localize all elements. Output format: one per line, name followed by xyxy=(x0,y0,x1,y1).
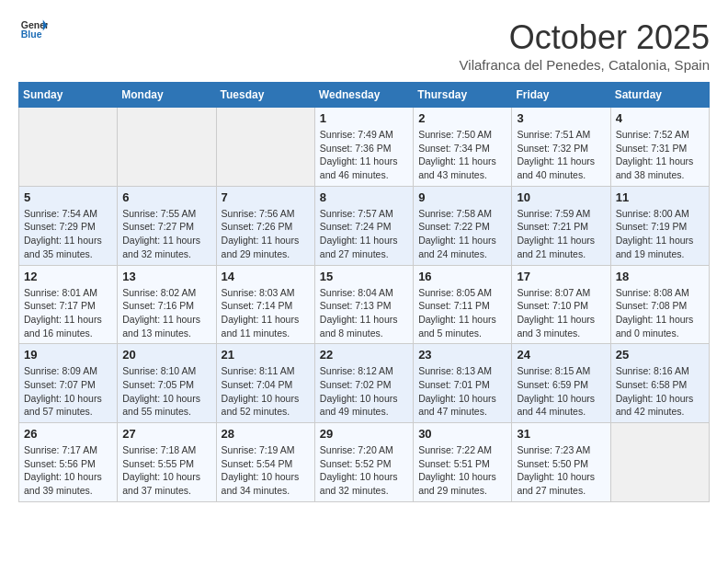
calendar-cell xyxy=(118,108,216,187)
day-info: Sunrise: 8:03 AM Sunset: 7:14 PM Dayligh… xyxy=(222,286,310,340)
location: Vilafranca del Penedes, Catalonia, Spain xyxy=(460,57,710,73)
weekday-header: Saturday xyxy=(610,83,709,108)
calendar-cell: 29Sunrise: 7:20 AM Sunset: 5:52 PM Dayli… xyxy=(314,423,413,502)
calendar-cell xyxy=(610,423,709,502)
day-number: 22 xyxy=(320,348,408,362)
day-info: Sunrise: 7:23 AM Sunset: 5:50 PM Dayligh… xyxy=(517,443,605,498)
calendar-cell: 26Sunrise: 7:17 AM Sunset: 5:56 PM Dayli… xyxy=(19,423,118,502)
day-number: 16 xyxy=(418,270,506,283)
day-number: 21 xyxy=(222,348,310,362)
day-number: 28 xyxy=(222,427,310,441)
day-info: Sunrise: 7:59 AM Sunset: 7:21 PM Dayligh… xyxy=(517,207,605,261)
day-info: Sunrise: 7:56 AM Sunset: 7:26 PM Dayligh… xyxy=(222,207,310,261)
calendar-cell: 8Sunrise: 7:57 AM Sunset: 7:24 PM Daylig… xyxy=(314,186,413,265)
day-info: Sunrise: 8:11 AM Sunset: 7:04 PM Dayligh… xyxy=(222,364,310,419)
weekday-header: Monday xyxy=(118,83,216,108)
calendar-cell: 28Sunrise: 7:19 AM Sunset: 5:54 PM Dayli… xyxy=(216,423,314,502)
logo: General Blue xyxy=(18,18,48,40)
day-info: Sunrise: 8:15 AM Sunset: 6:59 PM Dayligh… xyxy=(517,364,605,419)
weekday-header: Thursday xyxy=(414,83,512,108)
calendar-cell: 7Sunrise: 7:56 AM Sunset: 7:26 PM Daylig… xyxy=(216,186,314,265)
day-info: Sunrise: 8:05 AM Sunset: 7:11 PM Dayligh… xyxy=(418,286,506,340)
calendar-cell: 17Sunrise: 8:07 AM Sunset: 7:10 PM Dayli… xyxy=(512,265,610,344)
day-number: 13 xyxy=(122,270,210,283)
weekday-header: Wednesday xyxy=(314,83,413,108)
calendar-cell: 19Sunrise: 8:09 AM Sunset: 7:07 PM Dayli… xyxy=(19,344,118,423)
calendar-week-row: 12Sunrise: 8:01 AM Sunset: 7:17 PM Dayli… xyxy=(19,265,710,344)
day-info: Sunrise: 8:00 AM Sunset: 7:19 PM Dayligh… xyxy=(616,207,704,261)
day-info: Sunrise: 7:22 AM Sunset: 5:51 PM Dayligh… xyxy=(418,443,506,498)
day-number: 3 xyxy=(517,111,605,125)
day-number: 23 xyxy=(418,348,506,362)
calendar-table: SundayMondayTuesdayWednesdayThursdayFrid… xyxy=(18,82,710,502)
day-info: Sunrise: 8:08 AM Sunset: 7:08 PM Dayligh… xyxy=(616,286,704,340)
day-number: 20 xyxy=(122,348,210,362)
day-number: 5 xyxy=(24,190,112,204)
calendar-cell: 5Sunrise: 7:54 AM Sunset: 7:29 PM Daylig… xyxy=(19,186,118,265)
weekday-header: Sunday xyxy=(19,83,118,108)
day-info: Sunrise: 7:54 AM Sunset: 7:29 PM Dayligh… xyxy=(24,207,112,261)
calendar-cell: 27Sunrise: 7:18 AM Sunset: 5:55 PM Dayli… xyxy=(118,423,216,502)
day-number: 14 xyxy=(222,270,310,283)
day-info: Sunrise: 8:10 AM Sunset: 7:05 PM Dayligh… xyxy=(122,364,210,419)
day-number: 24 xyxy=(517,348,605,362)
day-number: 10 xyxy=(517,190,605,204)
calendar-cell: 14Sunrise: 8:03 AM Sunset: 7:14 PM Dayli… xyxy=(216,265,314,344)
calendar-cell: 15Sunrise: 8:04 AM Sunset: 7:13 PM Dayli… xyxy=(314,265,413,344)
calendar-cell: 13Sunrise: 8:02 AM Sunset: 7:16 PM Dayli… xyxy=(118,265,216,344)
day-number: 12 xyxy=(24,270,112,283)
day-number: 6 xyxy=(122,190,210,204)
day-info: Sunrise: 7:55 AM Sunset: 7:27 PM Dayligh… xyxy=(122,207,210,261)
day-info: Sunrise: 7:49 AM Sunset: 7:36 PM Dayligh… xyxy=(320,128,408,182)
day-number: 18 xyxy=(616,270,704,283)
calendar-cell: 12Sunrise: 8:01 AM Sunset: 7:17 PM Dayli… xyxy=(19,265,118,344)
calendar-cell: 23Sunrise: 8:13 AM Sunset: 7:01 PM Dayli… xyxy=(414,344,512,423)
day-number: 2 xyxy=(418,111,506,125)
calendar-cell: 20Sunrise: 8:10 AM Sunset: 7:05 PM Dayli… xyxy=(118,344,216,423)
day-info: Sunrise: 8:16 AM Sunset: 6:58 PM Dayligh… xyxy=(616,364,704,419)
day-number: 26 xyxy=(24,427,112,441)
day-number: 19 xyxy=(24,348,112,362)
calendar-cell: 16Sunrise: 8:05 AM Sunset: 7:11 PM Dayli… xyxy=(414,265,512,344)
calendar-cell: 18Sunrise: 8:08 AM Sunset: 7:08 PM Dayli… xyxy=(610,265,709,344)
day-number: 29 xyxy=(320,427,408,441)
day-info: Sunrise: 7:19 AM Sunset: 5:54 PM Dayligh… xyxy=(222,443,310,498)
day-number: 31 xyxy=(517,427,605,441)
calendar-cell: 1Sunrise: 7:49 AM Sunset: 7:36 PM Daylig… xyxy=(314,108,413,187)
calendar-cell xyxy=(19,108,118,187)
calendar-week-row: 19Sunrise: 8:09 AM Sunset: 7:07 PM Dayli… xyxy=(19,344,710,423)
calendar-week-row: 26Sunrise: 7:17 AM Sunset: 5:56 PM Dayli… xyxy=(19,423,710,502)
day-number: 9 xyxy=(418,190,506,204)
calendar-cell xyxy=(216,108,314,187)
calendar-cell: 9Sunrise: 7:58 AM Sunset: 7:22 PM Daylig… xyxy=(414,186,512,265)
day-number: 27 xyxy=(122,427,210,441)
day-info: Sunrise: 8:04 AM Sunset: 7:13 PM Dayligh… xyxy=(320,286,408,340)
day-number: 7 xyxy=(222,190,310,204)
day-info: Sunrise: 8:09 AM Sunset: 7:07 PM Dayligh… xyxy=(24,364,112,419)
weekday-header: Friday xyxy=(512,83,610,108)
day-number: 25 xyxy=(616,348,704,362)
day-info: Sunrise: 7:51 AM Sunset: 7:32 PM Dayligh… xyxy=(517,128,605,182)
calendar-cell: 11Sunrise: 8:00 AM Sunset: 7:19 PM Dayli… xyxy=(610,186,709,265)
day-info: Sunrise: 7:52 AM Sunset: 7:31 PM Dayligh… xyxy=(616,128,704,182)
calendar-cell: 10Sunrise: 7:59 AM Sunset: 7:21 PM Dayli… xyxy=(512,186,610,265)
day-info: Sunrise: 8:12 AM Sunset: 7:02 PM Dayligh… xyxy=(320,364,408,419)
weekday-header-row: SundayMondayTuesdayWednesdayThursdayFrid… xyxy=(19,83,710,108)
day-number: 1 xyxy=(320,111,408,125)
svg-text:Blue: Blue xyxy=(21,29,42,40)
day-number: 15 xyxy=(320,270,408,283)
calendar-cell: 30Sunrise: 7:22 AM Sunset: 5:51 PM Dayli… xyxy=(414,423,512,502)
day-number: 17 xyxy=(517,270,605,283)
calendar-cell: 31Sunrise: 7:23 AM Sunset: 5:50 PM Dayli… xyxy=(512,423,610,502)
day-info: Sunrise: 8:02 AM Sunset: 7:16 PM Dayligh… xyxy=(122,286,210,340)
day-info: Sunrise: 7:58 AM Sunset: 7:22 PM Dayligh… xyxy=(418,207,506,261)
month-title: October 2025 xyxy=(460,18,710,57)
calendar-cell: 24Sunrise: 8:15 AM Sunset: 6:59 PM Dayli… xyxy=(512,344,610,423)
title-block: October 2025 Vilafranca del Penedes, Cat… xyxy=(460,18,710,73)
day-info: Sunrise: 8:01 AM Sunset: 7:17 PM Dayligh… xyxy=(24,286,112,340)
calendar-cell: 2Sunrise: 7:50 AM Sunset: 7:34 PM Daylig… xyxy=(414,108,512,187)
calendar-week-row: 1Sunrise: 7:49 AM Sunset: 7:36 PM Daylig… xyxy=(19,108,710,187)
day-info: Sunrise: 8:13 AM Sunset: 7:01 PM Dayligh… xyxy=(418,364,506,419)
calendar-cell: 22Sunrise: 8:12 AM Sunset: 7:02 PM Dayli… xyxy=(314,344,413,423)
page-header: General Blue October 2025 Vilafranca del… xyxy=(18,18,710,73)
